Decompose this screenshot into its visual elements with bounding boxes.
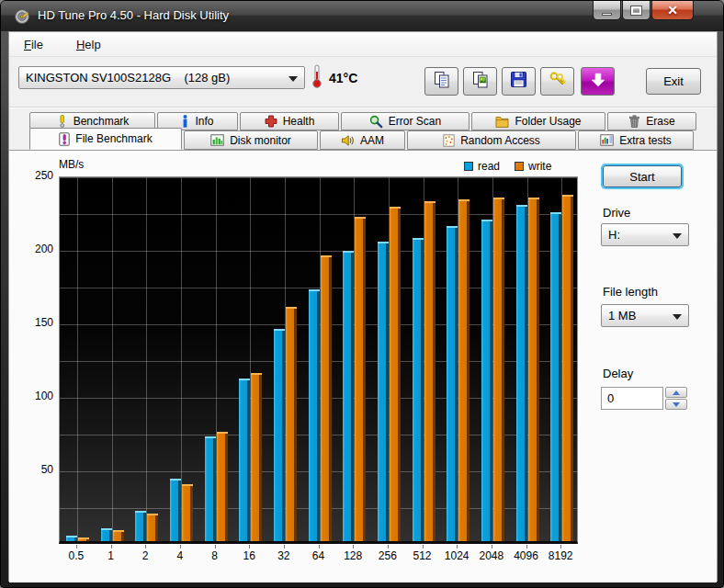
- arrow-down-icon: [589, 71, 607, 93]
- save-button[interactable]: [502, 67, 536, 96]
- x-axis-tick-label: 16: [243, 549, 255, 562]
- erase-icon: [628, 115, 640, 128]
- tab-row-2: File BenchmarkDisk monitorAAMRandom Acce…: [29, 130, 694, 150]
- x-axis-tick: [319, 545, 320, 548]
- x-axis-tick-label: 2: [142, 549, 149, 562]
- tab-folder-usage[interactable]: Folder Usage: [471, 112, 605, 130]
- x-axis-tick-label: 32: [277, 549, 289, 562]
- error-scan-icon: [369, 115, 383, 129]
- bar-read-2048: [481, 220, 492, 543]
- app-window: HD Tune Pro 4.50 - Hard Disk Utility ✕ F…: [0, 0, 724, 588]
- gridline-v: [112, 177, 113, 541]
- menu-help[interactable]: Help: [71, 35, 107, 54]
- y-axis-tick-label: 200: [17, 243, 53, 255]
- bar-read-8192: [550, 212, 561, 543]
- x-axis-tick: [560, 545, 561, 548]
- bar-write-1: [113, 530, 124, 543]
- bar-write-64: [321, 255, 332, 543]
- options-button[interactable]: [540, 67, 574, 96]
- x-axis-tick: [111, 545, 112, 548]
- drive-select-dropdown[interactable]: KINGSTON SV100S2128G (128 gB): [18, 66, 305, 89]
- bar-read-1024: [447, 226, 458, 543]
- bar-write-512: [424, 201, 436, 543]
- titlebar[interactable]: HD Tune Pro 4.50 - Hard Disk Utility ✕: [1, 1, 723, 31]
- close-button[interactable]: ✕: [651, 1, 694, 20]
- file-length-dropdown-value: 1 MB: [608, 309, 636, 322]
- tab-extra-tests[interactable]: Extra tests: [578, 130, 694, 150]
- tab-label: AAM: [360, 134, 384, 147]
- maximize-button[interactable]: [622, 1, 650, 20]
- bar-write-8192: [562, 195, 573, 543]
- delay-label: Delay: [603, 367, 633, 380]
- spinner-up-button[interactable]: [665, 387, 687, 398]
- client-area: File Help KINGSTON SV100S2128G (128 gB) …: [8, 31, 718, 582]
- bar-write-2: [147, 514, 158, 543]
- tab-erase[interactable]: Erase: [607, 112, 696, 130]
- tab-aam[interactable]: AAM: [320, 130, 405, 150]
- y-axis-unit-label: MB/s: [59, 158, 84, 171]
- extra-tests-icon: [600, 134, 614, 146]
- tab-disk-monitor[interactable]: Disk monitor: [184, 130, 318, 150]
- tab-label: Folder Usage: [515, 115, 581, 128]
- y-axis-tick-label: 100: [17, 390, 53, 402]
- bar-write-0.5: [78, 537, 89, 543]
- minimize-button[interactable]: [593, 1, 621, 20]
- tab-health[interactable]: Health: [240, 112, 339, 130]
- x-axis-tick-label: 256: [379, 549, 397, 562]
- drive-dropdown[interactable]: H:: [601, 223, 689, 246]
- save-icon: [510, 71, 527, 92]
- chart-legend: read write: [464, 160, 551, 173]
- x-axis-tick: [145, 545, 146, 548]
- tab-file-benchmark[interactable]: File Benchmark: [29, 128, 182, 150]
- capture-button[interactable]: [581, 67, 615, 96]
- x-axis-tick-label: 128: [344, 549, 362, 562]
- chevron-down-icon: [288, 76, 298, 82]
- copy-text-button[interactable]: [424, 67, 458, 96]
- y-axis-tick-label: 250: [17, 169, 53, 182]
- menu-file[interactable]: File: [18, 35, 49, 54]
- bar-read-1: [101, 528, 112, 543]
- drive-select-value: KINGSTON SV100S2128G (128 gB): [26, 71, 230, 85]
- x-axis-tick-label: 1: [107, 549, 114, 562]
- copy-image-icon: [472, 71, 489, 93]
- bar-write-128: [355, 217, 366, 543]
- thermometer-icon: [311, 63, 323, 93]
- bar-read-4096: [516, 205, 527, 543]
- y-axis-tick-label: 150: [17, 316, 53, 329]
- minimize-icon: [602, 13, 612, 16]
- tab-error-scan[interactable]: Error Scan: [341, 112, 469, 130]
- copy-image-button[interactable]: [463, 67, 497, 96]
- x-axis-tick-label: 0.5: [68, 549, 84, 562]
- chevron-down-icon: [673, 314, 682, 320]
- legend-read-label: read: [478, 160, 500, 173]
- file-length-dropdown[interactable]: 1 MB: [601, 304, 689, 327]
- benchmark-chart: [59, 176, 578, 544]
- spinner-down-button[interactable]: [665, 399, 687, 410]
- x-axis-tick: [457, 545, 458, 548]
- x-axis-tick-label: 8192: [549, 549, 573, 562]
- bar-write-256: [390, 207, 401, 543]
- bar-read-8: [205, 436, 216, 543]
- x-axis-tick-label: 1024: [445, 549, 469, 562]
- bar-read-16: [239, 379, 250, 543]
- gridline-v: [77, 177, 78, 541]
- tab-label: Disk monitor: [230, 134, 291, 147]
- delay-input[interactable]: [601, 387, 663, 410]
- health-icon: [265, 115, 277, 128]
- options-icon: [549, 71, 567, 93]
- bar-write-2048: [493, 198, 504, 543]
- x-axis-tick: [284, 545, 285, 548]
- tab-label: Erase: [646, 115, 674, 128]
- legend-item-read: read: [464, 160, 500, 173]
- read-swatch-icon: [464, 162, 473, 171]
- tab-random-access[interactable]: Random Access: [407, 130, 576, 150]
- file-benchmark-icon: [59, 132, 70, 146]
- temperature-value: 41°C: [329, 71, 357, 85]
- gridline-h: [60, 177, 577, 178]
- close-icon: ✕: [667, 4, 678, 17]
- toolbar-separator: [9, 107, 717, 108]
- x-axis-tick: [180, 545, 181, 548]
- tab-label: Random Access: [460, 134, 540, 147]
- exit-button[interactable]: Exit: [646, 68, 701, 95]
- start-button[interactable]: Start: [603, 165, 682, 187]
